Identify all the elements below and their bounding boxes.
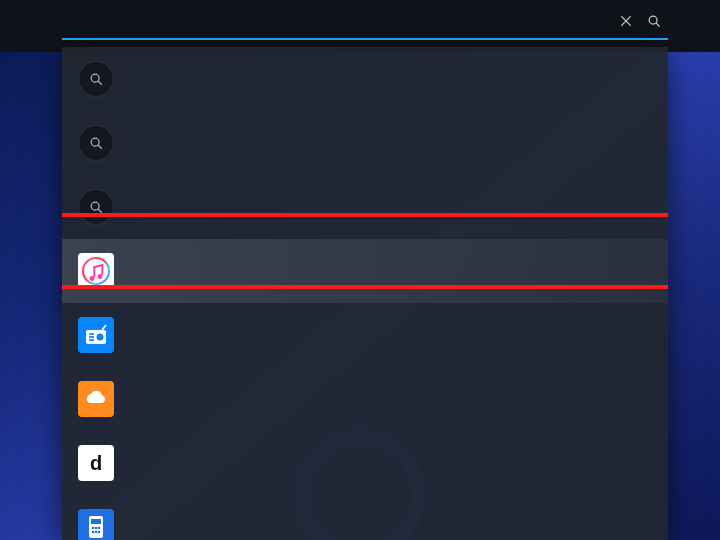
search-icon <box>78 189 114 225</box>
svg-point-21 <box>98 527 101 530</box>
app-result-radio[interactable] <box>62 303 668 367</box>
svg-point-22 <box>92 531 95 534</box>
search-icon <box>78 125 114 161</box>
svg-point-12 <box>97 334 104 341</box>
close-icon <box>619 14 633 31</box>
cloud-icon <box>78 381 114 417</box>
suggestion-row[interactable] <box>62 111 668 175</box>
itunes-icon <box>78 253 114 289</box>
search-results-panel: d <box>62 47 668 540</box>
svg-rect-18 <box>91 519 101 524</box>
search-bar <box>62 6 668 40</box>
svg-point-24 <box>98 531 101 534</box>
app-result-rtremote[interactable] <box>62 495 668 540</box>
svg-point-10 <box>83 258 109 284</box>
svg-line-9 <box>98 209 101 212</box>
radio-icon <box>78 317 114 353</box>
search-input[interactable] <box>62 14 612 31</box>
clear-search-button[interactable] <box>612 8 640 36</box>
svg-line-16 <box>102 325 106 330</box>
app-result-dailymotion[interactable]: d <box>62 431 668 495</box>
svg-point-20 <box>95 527 98 530</box>
submit-search-button[interactable] <box>640 8 668 36</box>
svg-line-7 <box>98 145 101 148</box>
suggestion-row[interactable] <box>62 175 668 239</box>
svg-line-3 <box>656 23 659 26</box>
svg-point-23 <box>95 531 98 534</box>
app-result-itunes[interactable] <box>62 239 668 303</box>
suggestion-row[interactable] <box>62 47 668 111</box>
svg-line-5 <box>98 81 101 84</box>
search-icon <box>78 61 114 97</box>
search-icon <box>647 14 661 31</box>
remote-icon <box>78 509 114 540</box>
app-result-musiccloud[interactable] <box>62 367 668 431</box>
svg-point-19 <box>92 527 95 530</box>
dailymotion-icon: d <box>78 445 114 481</box>
